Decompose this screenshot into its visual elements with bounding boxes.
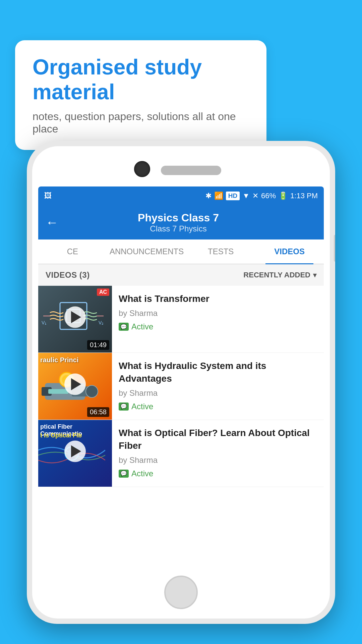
status-left-icons: 🖼: [44, 192, 52, 200]
time-display: 1:13 PM: [290, 192, 318, 200]
videos-count: VIDEOS (3): [46, 270, 90, 280]
play-triangle-2: [71, 378, 81, 390]
video-info-3: What is Optical Fiber? Learn About Optic…: [112, 420, 324, 487]
home-button[interactable]: [164, 576, 198, 609]
video-title-2: What is Hydraulic System and its Advanta…: [119, 360, 317, 385]
tab-announcements[interactable]: ANNOUNCEMENTS: [107, 239, 186, 264]
play-triangle: [71, 311, 81, 323]
chat-icon-1: 💬: [119, 323, 129, 331]
speech-bubble: Organised study material notes, question…: [15, 40, 266, 150]
video-status-3: 💬 Active: [119, 469, 317, 478]
tab-ce[interactable]: CE: [38, 239, 107, 264]
phone-screen: 🖼 ✱ 📶 HD ▼ ✕ 66% 🔋 1:13 PM ← Physics Cla…: [38, 186, 324, 565]
play-button-3[interactable]: [64, 440, 86, 462]
app-breadcrumb: Class 7 Physics: [65, 224, 292, 233]
video-info-1: What is Transformer by Sharma 💬 Active: [112, 286, 324, 353]
network-icon: ✕: [252, 192, 258, 200]
app-title: Physics Class 7: [65, 211, 292, 224]
video-item-3[interactable]: ptical Fiber Communicatio t is Optical F…: [38, 420, 324, 487]
svg-text:V₁: V₁: [42, 320, 47, 325]
phone-frame: 🖼 ✱ 📶 HD ▼ ✕ 66% 🔋 1:13 PM ← Physics Cla…: [27, 141, 335, 624]
wifi-icon: ▼: [242, 192, 250, 200]
phone-camera: [134, 161, 150, 177]
status-bar: 🖼 ✱ 📶 HD ▼ ✕ 66% 🔋 1:13 PM: [38, 186, 324, 205]
video-author-2: by Sharma: [119, 388, 317, 398]
video-thumb-3: ptical Fiber Communicatio t is Optical F…: [38, 420, 112, 487]
video-author-3: by Sharma: [119, 455, 317, 465]
video-duration-2: 06:58: [87, 407, 109, 417]
bubble-title: Organised study material: [33, 55, 249, 104]
volume-button: [334, 235, 335, 262]
bubble-subtitle: notes, question papers, solutions all at…: [33, 110, 249, 135]
battery-icon: 🔋: [279, 192, 288, 200]
sort-control[interactable]: RECENTLY ADDED ▾: [243, 271, 316, 279]
battery-percent: 66%: [261, 192, 276, 200]
video-list: AC: [38, 286, 324, 487]
videos-header: VIDEOS (3) RECENTLY ADDED ▾: [38, 264, 324, 286]
status-right-info: ✱ 📶 HD ▼ ✕ 66% 🔋 1:13 PM: [205, 192, 318, 200]
photo-icon: 🖼: [44, 192, 52, 200]
video-duration-1: 01:49: [87, 340, 109, 350]
chat-icon-2: 💬: [119, 402, 129, 411]
video-title-1: What is Transformer: [119, 292, 317, 305]
back-button[interactable]: ←: [46, 216, 58, 229]
hd-badge: HD: [226, 192, 240, 200]
svg-rect-10: [48, 389, 68, 394]
video-status-1: 💬 Active: [119, 322, 317, 331]
bluetooth-icon: ✱: [205, 192, 212, 200]
chat-icon-3: 💬: [119, 470, 129, 478]
video-item-2[interactable]: raulic Princi: [38, 353, 324, 420]
sort-label: RECENTLY ADDED: [243, 271, 310, 279]
tab-videos[interactable]: VIDEOS: [255, 239, 324, 264]
chevron-down-icon: ▾: [313, 271, 316, 279]
app-bar: ← Physics Class 7 Class 7 Physics: [38, 205, 324, 239]
svg-point-8: [86, 385, 98, 397]
video-thumb-2: raulic Princi: [38, 353, 112, 420]
svg-text:V₂: V₂: [99, 320, 104, 325]
video-info-2: What is Hydraulic System and its Advanta…: [112, 353, 324, 420]
app-bar-title-block: Physics Class 7 Class 7 Physics: [65, 211, 292, 233]
tab-tests[interactable]: TESTS: [186, 239, 255, 264]
play-button-2[interactable]: [64, 373, 86, 395]
phone-inner: 🖼 ✱ 📶 HD ▼ ✕ 66% 🔋 1:13 PM ← Physics Cla…: [32, 146, 330, 619]
phone-speaker: [161, 166, 221, 175]
tab-bar: CE ANNOUNCEMENTS TESTS VIDEOS: [38, 239, 324, 264]
play-triangle-3: [71, 445, 81, 457]
video-author-1: by Sharma: [119, 309, 317, 318]
video-status-2: 💬 Active: [119, 402, 317, 411]
video-thumb-1: AC: [38, 286, 112, 353]
video-item-1[interactable]: AC: [38, 286, 324, 353]
video-title-3: What is Optical Fiber? Learn About Optic…: [119, 427, 317, 452]
signal-icon: 📶: [214, 192, 223, 200]
play-button-1[interactable]: [64, 306, 86, 328]
